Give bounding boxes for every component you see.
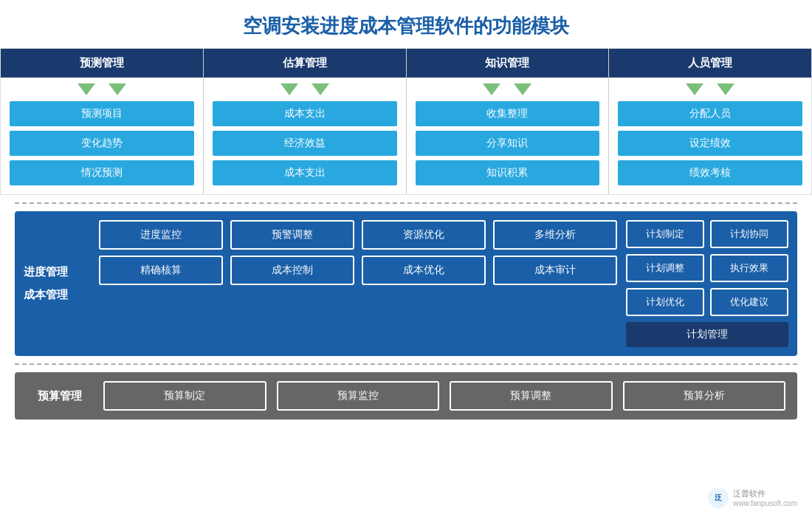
col-header-3: 人员管理 (609, 49, 811, 78)
middle-cell-0-3: 多维分析 (493, 220, 617, 250)
col-items-2: 收集整理分享知识知识积累 (407, 101, 609, 194)
page-title: 空调安装进度成本管理软件的功能模块 (0, 0, 812, 48)
col-items-3: 分配人员设定绩效绩效考核 (609, 101, 811, 194)
divider-2 (15, 363, 797, 365)
col-item-1-1: 经济效益 (213, 131, 397, 156)
top-column-3: 人员管理分配人员设定绩效绩效考核 (609, 49, 811, 194)
middle-cell-0-2: 资源优化 (362, 220, 486, 250)
col-item-2-2: 知识积累 (416, 160, 600, 185)
arrow-down-1-1 (312, 83, 329, 95)
middle-row-0: 进度监控预警调整资源优化多维分析 (99, 220, 617, 250)
middle-cell-0-1: 预警调整 (230, 220, 354, 250)
col-header-0: 预测管理 (1, 49, 203, 78)
watermark-logo: 泛 (708, 487, 729, 508)
right-cell-5: 优化建议 (710, 288, 788, 316)
col-header-2: 知识管理 (407, 49, 609, 78)
arrow-row-0 (1, 78, 203, 101)
col-item-1-0: 成本支出 (213, 101, 397, 126)
arrow-down-0-1 (109, 83, 126, 95)
col-items-1: 成本支出经济效益成本支出 (204, 101, 406, 194)
bottom-cell-0: 预算制定 (103, 381, 266, 411)
right-panel: 计划制定计划协同计划调整执行效果计划优化优化建议计划管理 (626, 220, 788, 347)
right-cell-1: 计划协同 (710, 220, 788, 248)
bottom-cell-2: 预算调整 (450, 381, 613, 411)
right-cell-2: 计划调整 (626, 254, 704, 282)
middle-left: 进度管理成本管理 (24, 220, 90, 347)
col-header-1: 估算管理 (204, 49, 406, 78)
bottom-label: 预算管理 (27, 389, 93, 403)
col-item-0-1: 变化趋势 (10, 131, 194, 156)
bottom-cell-1: 预算监控 (277, 381, 440, 411)
arrow-down-0-0 (78, 83, 95, 95)
arrow-down-2-0 (483, 83, 500, 95)
arrow-row-2 (407, 78, 609, 101)
col-item-3-0: 分配人员 (618, 101, 802, 126)
arrow-row-1 (204, 78, 406, 101)
top-column-0: 预测管理预测项目变化趋势情况预测 (1, 49, 204, 194)
middle-grid: 进度监控预警调整资源优化多维分析精确核算成本控制成本优化成本审计 (99, 220, 617, 347)
middle-cell-1-1: 成本控制 (230, 256, 354, 285)
col-item-0-0: 预测项目 (10, 101, 194, 126)
bottom-cell-3: 预算分析 (623, 381, 786, 411)
right-footer: 计划管理 (626, 322, 788, 347)
bottom-section: 预算管理预算制定预算监控预算调整预算分析 (15, 372, 797, 420)
col-items-0: 预测项目变化趋势情况预测 (1, 101, 203, 194)
right-cell-0: 计划制定 (626, 220, 704, 248)
middle-section: 进度管理成本管理进度监控预警调整资源优化多维分析精确核算成本控制成本优化成本审计… (15, 211, 797, 356)
watermark-name: 泛普软件 (733, 488, 797, 499)
right-grid: 计划制定计划协同计划调整执行效果计划优化优化建议 (626, 220, 788, 316)
middle-cell-1-2: 成本优化 (362, 256, 486, 285)
right-cell-3: 执行效果 (710, 254, 788, 282)
arrow-down-3-1 (717, 83, 734, 95)
middle-label-0: 进度管理 (24, 261, 90, 284)
middle-label-1: 成本管理 (24, 284, 90, 307)
arrow-down-2-1 (514, 83, 531, 95)
watermark: 泛 泛普软件 www.fanpusoft.com (708, 487, 797, 508)
top-section: 预测管理预测项目变化趋势情况预测估算管理成本支出经济效益成本支出知识管理收集整理… (0, 48, 812, 195)
col-item-2-0: 收集整理 (416, 101, 600, 126)
middle-cell-0-0: 进度监控 (99, 220, 223, 250)
middle-cell-1-3: 成本审计 (493, 256, 617, 285)
middle-row-1: 精确核算成本控制成本优化成本审计 (99, 256, 617, 285)
watermark-url: www.fanpusoft.com (733, 499, 797, 507)
top-column-1: 估算管理成本支出经济效益成本支出 (204, 49, 407, 194)
arrow-down-1-0 (281, 83, 298, 95)
col-item-3-2: 绩效考核 (618, 160, 802, 185)
col-item-0-2: 情况预测 (10, 160, 194, 185)
divider-1 (15, 202, 797, 204)
arrow-down-3-0 (686, 83, 703, 95)
middle-cell-1-0: 精确核算 (99, 256, 223, 285)
col-item-3-1: 设定绩效 (618, 131, 802, 156)
top-column-2: 知识管理收集整理分享知识知识积累 (407, 49, 610, 194)
col-item-1-2: 成本支出 (213, 160, 397, 185)
col-item-2-1: 分享知识 (416, 131, 600, 156)
right-cell-4: 计划优化 (626, 288, 704, 316)
arrow-row-3 (609, 78, 811, 101)
